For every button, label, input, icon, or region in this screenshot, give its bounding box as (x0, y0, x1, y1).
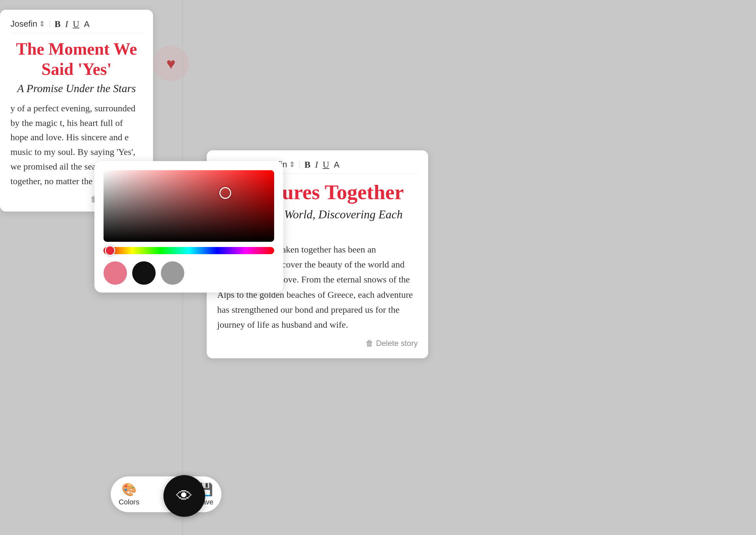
toolbar-divider-2c (300, 161, 300, 168)
hue-slider[interactable] (103, 247, 274, 254)
color-btn-2[interactable]: A (334, 160, 339, 169)
eye-icon: 👁 (176, 487, 192, 505)
color-picker-panel (95, 161, 283, 293)
swatch-gray[interactable] (161, 261, 184, 285)
font-selector-1[interactable]: Josefin ⇕ (11, 19, 45, 29)
preview-button[interactable]: 👁 (163, 475, 205, 517)
font-name-1: Josefin (11, 19, 37, 29)
bold-btn-1[interactable]: B (54, 19, 61, 29)
color-gradient-box[interactable] (103, 170, 274, 242)
bold-btn-2[interactable]: B (305, 160, 310, 169)
underline-btn-2[interactable]: U (323, 160, 329, 169)
color-swatches (103, 261, 274, 285)
story-title-1: The Moment We Said 'Yes' (11, 39, 143, 80)
gradient-handle[interactable] (219, 187, 231, 199)
colors-button[interactable]: 🎨 Colors (119, 482, 139, 506)
hue-handle[interactable] (105, 245, 115, 256)
delete-label-2: Delete story (376, 339, 418, 348)
heart-icon: ♥ (166, 55, 176, 72)
palette-icon: 🎨 (122, 482, 137, 496)
swatch-black[interactable] (132, 261, 156, 285)
color-btn-1[interactable]: A (84, 20, 90, 28)
italic-btn-2[interactable]: I (315, 160, 318, 169)
toolbar-divider-1 (49, 20, 50, 28)
font-chevron-1: ⇕ (39, 20, 45, 28)
colors-label: Colors (119, 498, 139, 506)
underline-btn-1[interactable]: U (73, 19, 79, 29)
italic-btn-1[interactable]: I (65, 19, 68, 29)
toolbar-1: Josefin ⇕ B I U A (11, 19, 143, 33)
trash-icon-2: 🗑 (365, 339, 373, 348)
delete-story-btn-2[interactable]: 🗑 Delete story (365, 339, 418, 348)
swatch-pink[interactable] (103, 261, 127, 285)
story-subtitle-1: A Promise Under the Stars (11, 82, 143, 95)
heart-circle: ♥ (153, 45, 189, 81)
font-chevron-2: ⇕ (289, 160, 295, 169)
